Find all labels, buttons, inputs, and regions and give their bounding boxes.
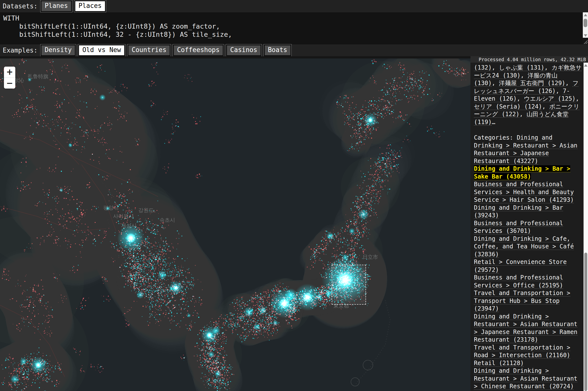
- query-scroll-track[interactable]: [583, 17, 588, 34]
- main-area: + − Processed 4.04 million rows, 42.32 M…: [0, 56, 588, 391]
- examples-label: Examples:: [3, 47, 37, 54]
- dataset-button-planes[interactable]: Planes: [40, 0, 72, 12]
- name-link[interactable]: しゃぶ葉 (131): [499, 64, 544, 71]
- sidebar-scroll-thumb[interactable]: [584, 253, 587, 391]
- query-editor[interactable]: [0, 12, 583, 44]
- category-link[interactable]: Travel and Transportation > Transport Hu…: [474, 290, 570, 312]
- name-link[interactable]: 洋麺屋 五右衛門 (129): [499, 80, 565, 87]
- example-button-casinos[interactable]: Casinos: [226, 44, 262, 56]
- category-link[interactable]: Dining and Drinking > Cafe, Coffee, and …: [474, 235, 574, 258]
- status-text: Processed 4.04 million rows, 42.32 MiB: [479, 57, 586, 62]
- status-bar: Processed 4.04 million rows, 42.32 MiB: [470, 56, 588, 63]
- name-link[interactable]: ウエルシア (125): [524, 95, 576, 102]
- sidebar-scroll-up-arrow-icon[interactable]: [584, 64, 588, 67]
- example-button-countries[interactable]: Countries: [128, 44, 171, 56]
- category-link[interactable]: Travel and Transportation > Road > Inter…: [474, 344, 570, 359]
- right-panel: Processed 4.04 million rows, 42.32 MiB (…: [470, 56, 588, 391]
- category-link[interactable]: Business and Professional Services > Off…: [474, 274, 563, 289]
- query-scroll-thumb[interactable]: [584, 19, 587, 27]
- query-editor-scrollbar[interactable]: [583, 12, 588, 44]
- category-link[interactable]: Retail > Convenience Store (29572): [474, 259, 567, 273]
- zoom-in-button[interactable]: +: [4, 67, 15, 78]
- examples-bar: Examples: DensityOld vs NewCountriesCoff…: [0, 44, 588, 56]
- category-link[interactable]: Business and Professional Services (3670…: [474, 220, 563, 235]
- dataset-button-places[interactable]: Places: [74, 0, 106, 12]
- category-link-highlighted[interactable]: Dining and Drinking > Bar > Sake Bar (43…: [474, 165, 570, 180]
- categories-list: Categories: Dining and Drinking > Restau…: [474, 134, 582, 391]
- results-sidebar: (132), しゃぶ葉 (131), カギ救急サービス24 (130), 洋服の…: [470, 63, 584, 391]
- query-editor-row: [0, 12, 588, 44]
- app-root: Datasets: PlanesPlaces Examples: Density…: [0, 0, 588, 391]
- datasets-bar: Datasets: PlanesPlaces: [0, 0, 588, 12]
- example-button-density[interactable]: Density: [40, 44, 76, 56]
- category-link[interactable]: Business and Professional Services > Hea…: [474, 181, 574, 203]
- scroll-up-arrow-icon[interactable]: [584, 14, 587, 16]
- datasets-label: Datasets:: [3, 2, 37, 10]
- example-button-boats[interactable]: Boats: [264, 44, 292, 56]
- name-link[interactable]: (132): [474, 64, 492, 71]
- category-link[interactable]: Dining and Drinking > Bar (39243): [474, 204, 563, 219]
- category-link[interactable]: Dining and Drinking > Restaurant > Asian…: [474, 367, 577, 390]
- top-names-list: (132), しゃぶ葉 (131), カギ救急サービス24 (130), 洋服の…: [474, 64, 582, 126]
- map-zoom-control: + −: [4, 67, 15, 89]
- map-canvas[interactable]: [0, 58, 470, 391]
- scroll-down-arrow-icon[interactable]: [584, 34, 587, 37]
- resize-grip-icon[interactable]: [583, 38, 588, 44]
- zoom-out-button[interactable]: −: [4, 78, 15, 89]
- map-selection-box: [332, 265, 366, 305]
- example-button-coffeeshops[interactable]: Coffeeshops: [173, 44, 224, 56]
- categories-label: Categories:: [474, 134, 517, 141]
- map: + −: [0, 56, 470, 391]
- example-button-old-vs-new[interactable]: Old vs New: [78, 44, 125, 56]
- sidebar-scrollbar[interactable]: [584, 63, 588, 391]
- datasets-buttons: PlanesPlaces: [40, 0, 106, 12]
- right-panel-body: (132), しゃぶ葉 (131), カギ救急サービス24 (130), 洋服の…: [470, 63, 588, 391]
- category-link[interactable]: Retail (21128): [474, 360, 524, 367]
- category-link[interactable]: Dining and Drinking > Restaurant > Asian…: [474, 313, 577, 343]
- name-link[interactable]: セリア (Seria) (124): [474, 103, 542, 110]
- examples-buttons: DensityOld vs NewCountriesCoffeeshopsCas…: [40, 44, 292, 56]
